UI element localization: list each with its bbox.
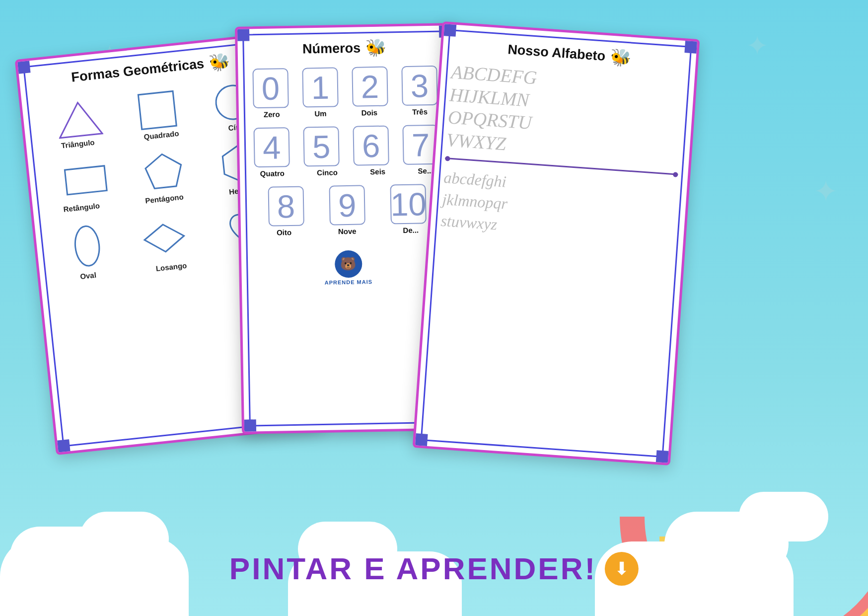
num-6: 6: [353, 126, 389, 166]
triangle-svg: [55, 96, 103, 141]
corner-bl: [55, 439, 71, 455]
svg-marker-4: [144, 153, 183, 189]
label-dois: Dois: [361, 108, 377, 117]
divider-dot-right: [673, 172, 678, 177]
shape-pentagon: [142, 150, 186, 195]
label-losango: Losango: [155, 261, 187, 273]
label-tres: Três: [412, 107, 428, 116]
label-nove: Nove: [338, 227, 357, 236]
num-9: 9: [329, 185, 365, 225]
svg-point-6: [73, 225, 101, 267]
card-alfabeto-title: Nosso Alfabeto: [507, 42, 606, 64]
logo-area: 🐻 APRENDE MAIS: [241, 248, 455, 287]
corner-tl: [15, 59, 31, 74]
divider-dot-left: [445, 156, 450, 161]
numbers-row2: 4 5 6 7: [239, 120, 453, 167]
uppercase-alphabet: ABCDEFG HIJKLMN OPQRSTU VWXYZ: [435, 58, 695, 170]
numbers-row1: 0 1 2 3: [238, 60, 452, 108]
label-zero: Zero: [264, 110, 280, 119]
rectangle-svg: [62, 161, 109, 198]
bee-icon-alf: 🐝: [610, 47, 632, 68]
label-oval: Oval: [79, 271, 96, 281]
svg-rect-1: [138, 91, 176, 129]
label-quatro: Quatro: [260, 169, 285, 178]
num-3: 3: [401, 66, 437, 106]
num-5: 5: [303, 126, 339, 166]
corner-bl-alf: [413, 433, 428, 448]
oval-svg: [70, 222, 104, 270]
svg-marker-7: [144, 222, 186, 253]
label-dez: De...: [403, 226, 419, 235]
corner-tl-num: [235, 27, 249, 41]
bee-icon-numeros: 🐝: [365, 38, 387, 58]
shape-oval: [70, 222, 104, 272]
bottom-text-area: PINTAR E APRENDER! ⬇: [229, 551, 639, 586]
svg-marker-0: [56, 100, 102, 138]
download-icon[interactable]: ⬇: [605, 552, 639, 586]
shape-triangle: [55, 96, 103, 141]
label-sete: Se...: [418, 166, 433, 175]
corner-br-alf: [656, 450, 671, 465]
shape-square: [136, 88, 179, 132]
num-0: 0: [252, 68, 289, 108]
num-4: 4: [253, 127, 289, 167]
num-10: 10: [390, 184, 427, 224]
logo-circle: 🐻: [334, 250, 362, 278]
shape-diamond: [141, 220, 189, 258]
label-cinco: Cinco: [317, 168, 338, 177]
label-um: Um: [314, 109, 326, 118]
label-retangulo: Retângulo: [63, 201, 100, 214]
label-oito: Oito: [277, 228, 291, 237]
pentagon-svg: [142, 150, 186, 193]
bottom-text: PINTAR E APRENDER!: [229, 551, 597, 586]
diamond-svg: [141, 220, 188, 256]
card-alfabeto: Nosso Alfabeto 🐝 ABCDEFG HIJKLMN OPQRSTU…: [413, 21, 700, 465]
lowercase-alphabet: abcdefghi jklmnopqr stuvwxyz: [430, 162, 688, 252]
card-numeros-title: Números: [302, 40, 361, 57]
numbers-row3: 8 9 10: [240, 179, 454, 227]
corner-tl-alf: [442, 22, 457, 37]
corner-tr-alf: [684, 39, 699, 54]
bee-icon-formas: 🐝: [208, 51, 231, 73]
shape-rectangle: [62, 161, 110, 200]
label-seis: Seis: [370, 167, 385, 176]
svg-rect-3: [65, 165, 107, 194]
cards-area: Formas Geométricas 🐝 Triângulo: [25, 15, 843, 537]
num-1: 1: [302, 67, 338, 107]
num-2: 2: [352, 67, 388, 107]
num-8: 8: [268, 186, 304, 227]
square-svg: [136, 88, 179, 132]
corner-bl-num: [242, 419, 256, 433]
logo-text: APRENDE MAIS: [325, 279, 373, 286]
